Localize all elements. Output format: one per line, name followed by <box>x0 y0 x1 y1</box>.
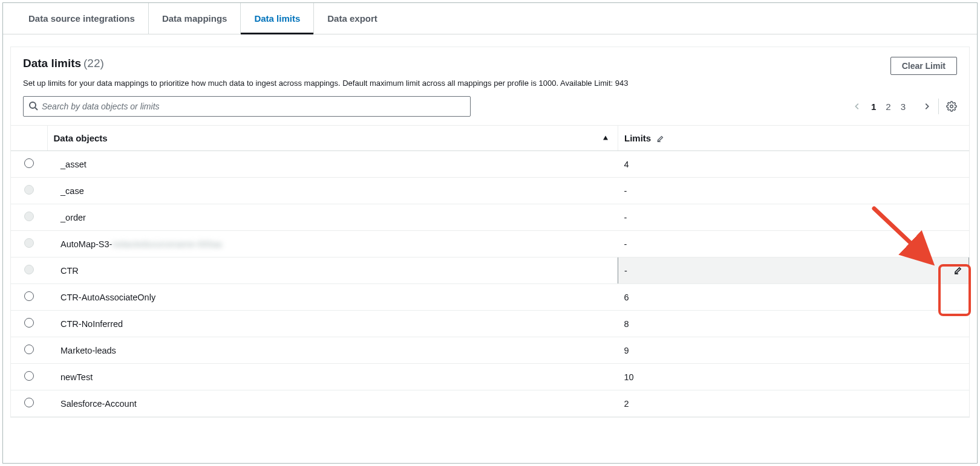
data-limits-panel: Data limits (22) Clear Limit Set up limi… <box>10 47 970 418</box>
divider <box>938 99 939 114</box>
row-radio[interactable] <box>24 291 34 301</box>
tab-data-limits[interactable]: Data limits <box>241 3 314 34</box>
data-object-cell: _order <box>47 204 618 231</box>
table-row: CTR-AutoAssociateOnly6 <box>11 284 969 311</box>
svg-point-0 <box>30 102 36 108</box>
table-row: Salesforce-Account2 <box>11 390 969 417</box>
row-radio[interactable] <box>24 345 34 354</box>
tab-data-export[interactable]: Data export <box>314 3 391 34</box>
page-2[interactable]: 2 <box>884 102 892 112</box>
panel-count: (22) <box>83 57 104 70</box>
data-object-cell: Salesforce-Account <box>47 390 618 417</box>
svg-marker-3 <box>603 135 608 140</box>
limit-cell: 8 <box>618 311 969 337</box>
limit-cell: - <box>618 231 969 257</box>
row-radio[interactable] <box>24 318 34 328</box>
limit-cell: 2 <box>618 390 969 417</box>
table-row: _order- <box>11 204 969 231</box>
clear-limit-button[interactable]: Clear Limit <box>890 57 957 75</box>
data-object-cell: AutoMap-S3-redactedsourcename-000aa <box>47 231 618 257</box>
data-object-cell: _asset <box>47 151 618 178</box>
search-box[interactable] <box>23 96 471 117</box>
limit-cell: 4 <box>618 151 969 178</box>
data-object-cell: CTR <box>47 257 618 284</box>
limit-cell: - <box>618 204 969 231</box>
limit-cell[interactable]: - <box>618 257 969 284</box>
row-radio <box>24 212 34 221</box>
settings-button[interactable] <box>946 101 957 112</box>
search-input[interactable] <box>38 102 465 111</box>
row-radio <box>24 185 34 195</box>
table-row: _case- <box>11 178 969 204</box>
page-prev-button[interactable] <box>853 102 861 111</box>
limit-cell: 9 <box>618 337 969 364</box>
page-3[interactable]: 3 <box>900 102 907 112</box>
column-data-objects-label: Data objects <box>54 133 108 143</box>
tab-data-mappings[interactable]: Data mappings <box>149 3 241 34</box>
table-row: _asset4 <box>11 151 969 178</box>
data-limits-table: Data objects Limits <box>11 125 969 417</box>
column-select <box>11 126 47 151</box>
tab-data-source-integrations[interactable]: Data source integrations <box>15 3 149 34</box>
data-object-cell: Marketo-leads <box>47 337 618 364</box>
tabs-bar: Data source integrationsData mappingsDat… <box>3 3 977 34</box>
panel-title: Data limits <box>23 57 81 70</box>
table-row: CTR- <box>11 257 969 284</box>
data-object-cell: newTest <box>47 364 618 390</box>
table-row: CTR-NoInferred8 <box>11 311 969 337</box>
page-1[interactable]: 1 <box>870 102 877 112</box>
table-row: newTest10 <box>11 364 969 390</box>
limit-cell: 6 <box>618 284 969 311</box>
svg-line-1 <box>35 108 38 110</box>
panel-description: Set up limits for your data mappings to … <box>11 75 969 88</box>
limit-cell: 10 <box>618 364 969 390</box>
edit-icon <box>656 135 664 143</box>
table-row: Marketo-leads9 <box>11 337 969 364</box>
data-object-cell: CTR-NoInferred <box>47 311 618 337</box>
svg-point-2 <box>950 105 953 108</box>
row-radio[interactable] <box>24 398 34 407</box>
column-data-objects[interactable]: Data objects <box>47 126 618 151</box>
column-limits[interactable]: Limits <box>618 126 969 151</box>
sort-asc-icon <box>602 133 609 143</box>
row-radio <box>24 238 34 248</box>
column-limits-label: Limits <box>624 133 651 143</box>
row-radio <box>24 265 34 274</box>
edit-limit-button[interactable] <box>953 266 962 276</box>
search-icon <box>28 101 38 112</box>
page-next-button[interactable] <box>923 102 931 111</box>
row-radio[interactable] <box>24 158 34 168</box>
data-object-cell: _case <box>47 178 618 204</box>
table-row: AutoMap-S3-redactedsourcename-000aa- <box>11 231 969 257</box>
limit-cell: - <box>618 178 969 204</box>
row-radio[interactable] <box>24 371 34 381</box>
pagination: 123 <box>853 102 931 112</box>
data-object-cell: CTR-AutoAssociateOnly <box>47 284 618 311</box>
